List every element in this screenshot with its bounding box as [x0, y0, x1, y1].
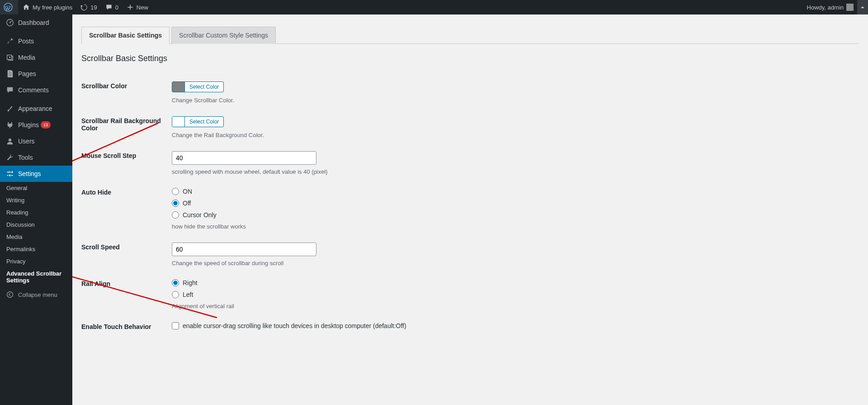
adminbar-right: Howdy, admin — [803, 0, 868, 14]
sub-media[interactable]: Media — [0, 231, 72, 243]
menu-plugins[interactable]: Plugins 13 — [0, 117, 72, 133]
row-autohide: Auto Hide ON Off Cursor Only how hide th… — [81, 179, 859, 233]
dashboard-icon — [5, 18, 14, 27]
sub-privacy[interactable]: Privacy — [0, 255, 72, 267]
scroll-step-input[interactable] — [172, 151, 316, 165]
update-icon — [80, 3, 89, 12]
desc-scrollbar-color: Change Scrollbar Color. — [172, 97, 859, 104]
menu-pages[interactable]: Pages — [0, 66, 72, 82]
autohide-off[interactable]: Off — [172, 200, 859, 207]
menu-settings[interactable]: Settings — [0, 166, 72, 182]
site-name-link[interactable]: My free plugins — [18, 0, 76, 14]
touch-checkbox-label[interactable]: enable cursor-drag scrolling like touch … — [172, 322, 859, 329]
menu-media-label: Media — [18, 54, 35, 61]
sub-writing[interactable]: Writing — [0, 194, 72, 206]
label-touch: Enable Touch Behavior — [81, 322, 172, 330]
brush-icon — [5, 104, 14, 113]
row-touch: Enable Touch Behavior enable cursor-drag… — [81, 313, 859, 334]
label-rail-bg: Scrollbar Rail Background Color — [81, 116, 172, 132]
site-name: My free plugins — [33, 4, 72, 11]
scrollbar-color-button[interactable]: Select Color — [172, 81, 224, 92]
howdy-text: Howdy, admin — [807, 4, 844, 11]
menu-settings-label: Settings — [18, 170, 41, 177]
svg-point-2 — [9, 22, 11, 24]
admin-toolbar: My free plugins 19 0 New Howdy, admin — [0, 0, 868, 14]
menu-dashboard[interactable]: Dashboard — [0, 14, 72, 31]
collapse-menu[interactable]: Collapse menu — [0, 286, 72, 303]
select-color-label: Select Color — [185, 82, 223, 92]
menu-media[interactable]: Media — [0, 49, 72, 66]
color-swatch-grey — [172, 82, 185, 92]
label-scrollbar-color: Scrollbar Color — [81, 81, 172, 90]
user-icon — [5, 137, 14, 146]
autohide-on[interactable]: ON — [172, 188, 859, 195]
menu-plugins-label: Plugins — [18, 121, 39, 129]
menu-tools-label: Tools — [18, 154, 33, 161]
desc-scroll-step: scrolling speed with mouse wheel, defaul… — [172, 168, 859, 175]
row-scroll-step: Mouse Scroll Step scrolling speed with m… — [81, 142, 859, 179]
wp-logo[interactable] — [0, 0, 18, 14]
rail-left-radio[interactable] — [172, 291, 179, 298]
sub-discussion[interactable]: Discussion — [0, 219, 72, 231]
menu-tools[interactable]: Tools — [0, 149, 72, 166]
sub-advanced-scrollbar[interactable]: Advanced Scrollbar Settings — [0, 267, 72, 286]
rail-right-radio[interactable] — [172, 279, 179, 286]
autohide-cursor[interactable]: Cursor Only — [172, 211, 859, 219]
updates-link[interactable]: 19 — [76, 0, 100, 14]
plus-icon — [126, 3, 135, 12]
collapse-icon — [5, 290, 14, 299]
tab-basic[interactable]: Scrollbar Basic Settings — [81, 27, 170, 44]
menu-appearance-label: Appearance — [18, 105, 52, 112]
adminbar-left: My free plugins 19 0 New — [0, 0, 152, 14]
label-scroll-step: Mouse Scroll Step — [81, 151, 172, 159]
sub-reading[interactable]: Reading — [0, 206, 72, 219]
home-icon — [22, 3, 31, 12]
screen-toggle[interactable] — [857, 0, 868, 14]
avatar — [846, 4, 854, 11]
my-account[interactable]: Howdy, admin — [803, 0, 857, 14]
row-rail-bg: Scrollbar Rail Background Color Select C… — [81, 107, 859, 142]
menu-users-label: Users — [18, 138, 35, 145]
menu-pages-label: Pages — [18, 70, 36, 77]
settings-form: Scrollbar Color Select Color Change Scro… — [81, 72, 859, 334]
menu-appearance[interactable]: Appearance — [0, 100, 72, 117]
content-area: Scrollbar Basic Settings Scrollbar Custo… — [72, 14, 868, 405]
menu-comments-label: Comments — [18, 86, 49, 94]
autohide-off-radio[interactable] — [172, 200, 179, 207]
desc-scroll-speed: Change the speed of scrollbar during scr… — [172, 260, 859, 267]
rail-align-right[interactable]: Right — [172, 279, 859, 286]
scroll-speed-input[interactable] — [172, 243, 316, 256]
menu-posts[interactable]: Posts — [0, 33, 72, 49]
touch-checkbox[interactable] — [172, 322, 179, 329]
wrench-icon — [5, 153, 14, 162]
settings-submenu: General Writing Reading Discussion Media… — [0, 182, 72, 286]
comments-link[interactable]: 0 — [101, 0, 122, 14]
tab-custom[interactable]: Scrollbar Custom Style Settings — [171, 27, 276, 44]
menu-posts-label: Posts — [18, 38, 34, 45]
new-label: New — [137, 4, 148, 11]
select-color-label2: Select Color — [185, 117, 223, 127]
sub-permalinks[interactable]: Permalinks — [0, 243, 72, 255]
sub-general[interactable]: General — [0, 182, 72, 194]
sliders-icon — [5, 169, 14, 178]
rail-bg-color-button[interactable]: Select Color — [172, 116, 224, 127]
new-content-link[interactable]: New — [122, 0, 152, 14]
autohide-cursor-radio[interactable] — [172, 211, 179, 219]
label-autohide: Auto Hide — [81, 188, 172, 196]
menu-users[interactable]: Users — [0, 133, 72, 149]
pin-icon — [5, 37, 14, 46]
desc-rail-bg: Change the Rail Background Color. — [172, 132, 859, 138]
label-rail-align: Rail Align — [81, 279, 172, 287]
tab-bar: Scrollbar Basic Settings Scrollbar Custo… — [81, 26, 859, 44]
menu-comments[interactable]: Comments — [0, 82, 72, 98]
collapse-label: Collapse menu — [18, 291, 57, 298]
label-scroll-speed: Scroll Speed — [81, 243, 172, 251]
section-heading: Scrollbar Basic Settings — [81, 54, 859, 63]
row-rail-align: Rail Align Right Left Alignment of verti… — [81, 270, 859, 313]
media-icon — [5, 53, 14, 62]
autohide-on-radio[interactable] — [172, 188, 179, 195]
rail-align-left[interactable]: Left — [172, 291, 859, 298]
plugin-icon — [5, 120, 14, 129]
desc-rail-align: Alignment of vertical rail — [172, 303, 859, 310]
comments-icon — [5, 86, 14, 95]
